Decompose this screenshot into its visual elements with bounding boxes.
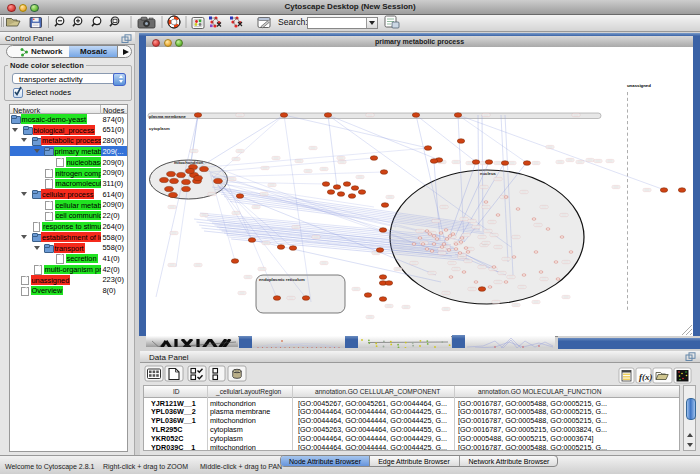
svg-text:unassigned: unassigned — [627, 83, 651, 88]
svg-text:endoplasmic reticulum: endoplasmic reticulum — [259, 277, 305, 282]
svg-text:mitochondrion: mitochondrion — [174, 160, 204, 165]
svg-text:f(x): f(x) — [639, 372, 653, 382]
svg-text:plasma membrane: plasma membrane — [149, 114, 186, 119]
svg-text:Search:: Search: — [278, 17, 308, 27]
svg-text:cytoplasm: cytoplasm — [149, 126, 170, 131]
